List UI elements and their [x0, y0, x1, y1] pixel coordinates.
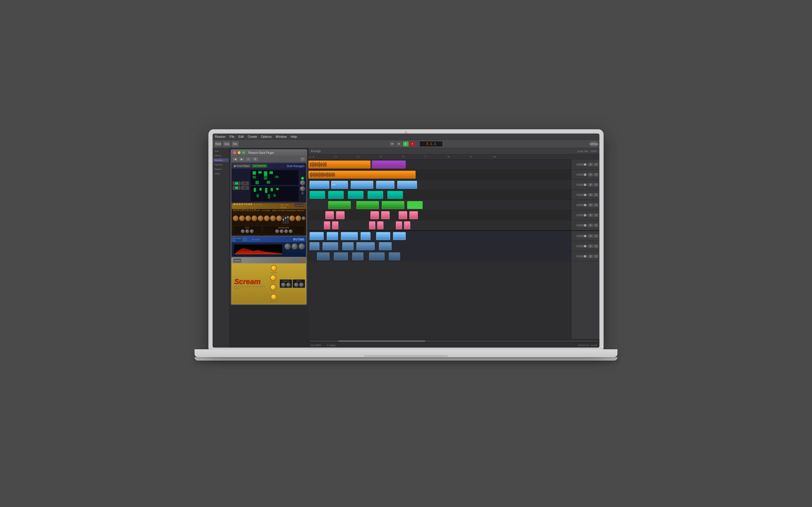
sequencer-btn[interactable]: Seq	[223, 142, 230, 147]
fader-thumb-3[interactable]	[287, 216, 289, 218]
scream4-p1-knob[interactable]	[281, 283, 286, 287]
clip-8-2[interactable]	[327, 232, 338, 240]
channel-knob[interactable]	[302, 216, 306, 220]
clip-3-3[interactable]	[351, 181, 373, 189]
scream4-patch[interactable]: Default	[234, 259, 241, 263]
scrollbar-thumb[interactable]	[338, 340, 425, 342]
browser-item-players[interactable]: Players	[213, 167, 229, 171]
filter-knob-1[interactable]	[264, 216, 269, 221]
settings-btn[interactable]: Settings	[591, 142, 597, 147]
mute-btn-7[interactable]: M	[589, 224, 593, 227]
fader-7[interactable]	[576, 224, 588, 226]
rv7000-knob-3[interactable]	[299, 243, 305, 249]
env-knob-4[interactable]	[289, 229, 293, 233]
browser-item-instruments[interactable]: Instr.	[213, 149, 229, 153]
menu-options[interactable]: Options	[261, 135, 272, 138]
fader-5[interactable]	[576, 204, 588, 206]
clip-9-5[interactable]	[379, 242, 392, 250]
clip-8-4[interactable]	[361, 232, 370, 240]
fader-4[interactable]	[576, 194, 588, 196]
browser-item-utilities[interactable]: Utility	[213, 172, 229, 175]
clip-6-2[interactable]	[336, 211, 345, 219]
mute-btn-2[interactable]: M	[589, 173, 593, 176]
routing-knob-1[interactable]	[233, 216, 239, 221]
clip-9-1[interactable]	[310, 242, 319, 250]
osc-knob-2[interactable]	[252, 216, 257, 221]
clip-1-2[interactable]	[372, 161, 406, 168]
mute-btn-6[interactable]: M	[589, 214, 593, 217]
arp-knob-2[interactable]	[300, 186, 305, 191]
solo-btn-2[interactable]: S	[594, 173, 598, 176]
record-btn[interactable]: ●	[410, 142, 415, 147]
stop-btn[interactable]: ■	[396, 142, 402, 147]
clip-9-4[interactable]	[356, 242, 375, 250]
lfo-knob-3[interactable]	[250, 229, 254, 233]
clip-4-5[interactable]	[388, 191, 403, 199]
horizontal-scrollbar[interactable]	[308, 339, 599, 342]
clip-6-5[interactable]	[399, 211, 407, 219]
rv7000-next[interactable]	[243, 239, 247, 241]
mute-btn-1[interactable]: M	[589, 163, 593, 166]
clip-3-5[interactable]	[397, 181, 417, 189]
rack-btn[interactable]: Rack	[215, 142, 221, 147]
rewind-btn[interactable]: ⏮	[389, 142, 395, 147]
rv7000-patch-selector[interactable]: Ful Glue 05	[234, 237, 242, 241]
clip-6-1[interactable]	[325, 211, 334, 219]
env-knob-2[interactable]	[280, 229, 284, 233]
solo-btn-1[interactable]: S	[594, 163, 598, 166]
clip-6-4[interactable]	[381, 211, 390, 219]
scream4-damage-knob[interactable]	[271, 265, 277, 271]
clip-5-3[interactable]	[382, 201, 404, 209]
solo-btn-10[interactable]: S	[594, 255, 598, 258]
play-btn[interactable]: ▶	[403, 142, 409, 147]
menu-create[interactable]: Create	[248, 135, 257, 138]
clip-4-2[interactable]	[328, 191, 344, 199]
scream4-master-knob[interactable]	[271, 294, 277, 300]
scream4-body-p2-knob[interactable]	[299, 283, 304, 287]
clip-1-1[interactable]	[308, 161, 370, 168]
scream4-body-knob[interactable]	[270, 275, 276, 281]
clip-9-3[interactable]	[342, 242, 354, 250]
clip-10-4[interactable]	[369, 252, 385, 260]
rv7000-knob-1[interactable]	[285, 243, 291, 249]
menu-help[interactable]: Help	[291, 135, 297, 138]
clip-7-6[interactable]	[404, 221, 410, 229]
browser-item-patches[interactable]: Patches	[213, 163, 229, 166]
env-knob-3[interactable]	[284, 229, 288, 233]
fader-thumb-2[interactable]	[285, 217, 287, 219]
clip-7-1[interactable]	[324, 221, 330, 229]
clip-7-4[interactable]	[377, 221, 384, 229]
menu-edit[interactable]: Edit	[239, 135, 244, 138]
osc-knob-3[interactable]	[258, 216, 263, 221]
solo-btn-9[interactable]: S	[594, 244, 598, 248]
clip-8-3[interactable]	[341, 232, 358, 240]
mute-btn-3[interactable]: M	[589, 183, 593, 186]
amp-knob-2[interactable]	[296, 216, 301, 221]
clip-10-5[interactable]	[389, 252, 400, 260]
amp-knob-1[interactable]	[289, 216, 295, 221]
clip-4-4[interactable]	[368, 191, 383, 199]
clip-6-6[interactable]	[409, 211, 418, 219]
clip-3-4[interactable]	[376, 181, 395, 189]
fader-8[interactable]	[576, 235, 588, 237]
clip-4-1[interactable]	[310, 191, 325, 199]
arp-knob-1[interactable]	[300, 180, 305, 185]
menu-file[interactable]: File	[230, 135, 235, 138]
fader-2[interactable]	[576, 173, 588, 176]
solo-btn-3[interactable]: S	[594, 183, 598, 186]
clip-10-3[interactable]	[352, 252, 363, 260]
clip-10-1[interactable]	[317, 252, 329, 260]
clip-2-1[interactable]	[308, 171, 416, 179]
clip-9-2[interactable]	[322, 242, 338, 250]
rrp-help-btn[interactable]: ?	[300, 157, 305, 161]
browser-item-effects[interactable]: Effects	[213, 154, 229, 158]
rrp-save-btn[interactable]: ✓	[246, 157, 251, 161]
lfo-knob-2[interactable]	[245, 229, 249, 233]
minimize-btn[interactable]	[238, 151, 241, 154]
rrp-fwd-btn[interactable]: ▶	[239, 157, 245, 161]
mute-btn-8[interactable]: M	[589, 234, 593, 238]
clip-3-2[interactable]: MIDI	[331, 181, 348, 189]
solo-btn-6[interactable]: S	[594, 214, 598, 217]
clip-3-1[interactable]	[310, 181, 329, 189]
env-knob-1[interactable]	[275, 229, 279, 233]
